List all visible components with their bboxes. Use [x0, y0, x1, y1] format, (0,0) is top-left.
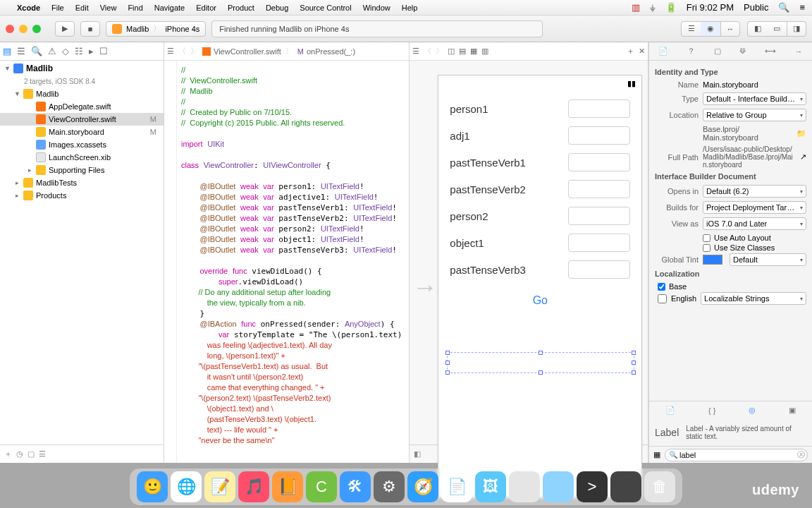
- menu-file[interactable]: File: [51, 4, 64, 12]
- assistant-back-icon[interactable]: 〈: [424, 46, 431, 56]
- form-textfield[interactable]: [568, 260, 630, 279]
- dock-app-ibooks[interactable]: 📙: [272, 471, 303, 502]
- menu-navigate[interactable]: Navigate: [154, 4, 185, 12]
- assistant-mode-icon[interactable]: ☰: [412, 47, 419, 56]
- dock-app-app1[interactable]: [509, 471, 540, 502]
- filter-scm-icon[interactable]: ▢: [27, 449, 35, 459]
- nav-tab-symbol[interactable]: ☰: [17, 46, 25, 56]
- lib-tab-media[interactable]: ▣: [789, 406, 796, 415]
- dock-app-itunes[interactable]: 🎵: [238, 471, 269, 502]
- select-buildsfor[interactable]: Project Deployment Tar…: [703, 201, 806, 214]
- jumpbar-symbol[interactable]: MonPressed(_:): [297, 47, 355, 56]
- dock-app-safari[interactable]: 🧭: [407, 471, 438, 502]
- grid-view-icon[interactable]: ▦: [653, 450, 660, 459]
- storyboard-scene[interactable]: ▮▮ person1adj1pastTenseVerb1pastTenseVer…: [438, 75, 642, 498]
- form-textfield[interactable]: [568, 126, 630, 145]
- related-items-icon[interactable]: ☰: [167, 47, 174, 56]
- editor-version[interactable]: ↔: [720, 21, 740, 37]
- file-LaunchScreen.xib[interactable]: LaunchScreen.xib: [0, 151, 164, 164]
- file-AppDelegate.swift[interactable]: AppDelegate.swift: [0, 100, 164, 113]
- file-Images.xcassets[interactable]: Images.xcassets: [0, 138, 164, 151]
- back-icon[interactable]: 〈: [178, 46, 186, 56]
- navigator-filter-input[interactable]: [50, 450, 159, 459]
- dock-app-preview[interactable]: 🖼: [475, 471, 506, 502]
- go-button[interactable]: Go: [438, 294, 641, 307]
- project-root[interactable]: ▼Madlib: [0, 62, 164, 75]
- dock-app-notes[interactable]: 📝: [204, 471, 235, 502]
- assistant-crumb-3[interactable]: ▥: [481, 47, 488, 56]
- nav-tab-test[interactable]: ◇: [62, 46, 69, 56]
- spotlight-icon[interactable]: 🔍: [778, 2, 789, 13]
- dock-app-trash[interactable]: 🗑: [644, 471, 675, 502]
- add-files-icon[interactable]: ＋: [4, 449, 12, 459]
- reveal-finder-icon[interactable]: ↗: [800, 152, 806, 162]
- select-location[interactable]: Relative to Group: [703, 109, 806, 121]
- dock-app-chrome[interactable]: 🌐: [171, 471, 202, 502]
- swatch-globaltint[interactable]: [703, 255, 722, 265]
- editor-assistant[interactable]: ◉: [701, 21, 720, 37]
- insp-tab-file[interactable]: 📄: [658, 47, 668, 56]
- insp-tab-attributes[interactable]: ⟱: [739, 47, 746, 56]
- nav-tab-issue[interactable]: ⚠: [48, 46, 56, 56]
- clock[interactable]: Fri 9:02 PM: [687, 2, 734, 13]
- assistant-crumb-1[interactable]: ▤: [459, 47, 466, 56]
- dock-app-app3[interactable]: [610, 471, 641, 502]
- insp-tab-identity[interactable]: ▢: [714, 47, 721, 56]
- document-outline-toggle-icon[interactable]: ◧: [414, 449, 421, 459]
- window-close[interactable]: [6, 25, 14, 33]
- window-zoom[interactable]: [32, 25, 41, 33]
- menu-edit[interactable]: Edit: [75, 4, 89, 12]
- nav-tab-report[interactable]: ☐: [99, 46, 108, 56]
- reveal-folder-icon[interactable]: 📁: [796, 129, 806, 138]
- dock-app-terminal[interactable]: >: [577, 471, 608, 502]
- menu-editor[interactable]: Editor: [196, 4, 216, 12]
- group-MadlibTests[interactable]: ▸MadlibTests: [0, 176, 164, 189]
- jumpbar-file[interactable]: ViewController.swift: [202, 47, 281, 56]
- library-filter-input[interactable]: [665, 449, 808, 461]
- nav-tab-find[interactable]: 🔍: [31, 46, 42, 56]
- form-textfield[interactable]: [568, 99, 630, 118]
- select-english-type[interactable]: Localizable Strings: [701, 292, 806, 305]
- menu-source-control[interactable]: Source Control: [300, 4, 351, 12]
- filter-icon[interactable]: ☰: [39, 449, 46, 459]
- dock-app-camtasia[interactable]: C: [306, 471, 337, 502]
- file-ViewController.swift[interactable]: ViewController.swiftM: [0, 113, 164, 126]
- assistant-split-icon[interactable]: ◫: [448, 47, 455, 56]
- checkbox-sizeclasses[interactable]: Use Size Classes: [703, 243, 806, 252]
- app-menu[interactable]: Xcode: [17, 4, 40, 12]
- dock-app-app2[interactable]: [543, 471, 574, 502]
- nav-tab-project[interactable]: ▤: [3, 46, 11, 56]
- assistant-forward-icon[interactable]: 〉: [436, 46, 443, 56]
- insp-tab-connections[interactable]: →: [795, 47, 803, 56]
- dock-app-finder[interactable]: 🙂: [137, 471, 168, 502]
- menu-window[interactable]: Window: [363, 4, 390, 12]
- status-record-icon[interactable]: ▥: [632, 2, 640, 13]
- dock-app-textedit[interactable]: 📄: [441, 471, 472, 502]
- checkbox-base[interactable]: Base: [658, 282, 806, 291]
- stop-button[interactable]: ■: [80, 21, 100, 37]
- checkbox-autolayout[interactable]: Use Auto Layout: [703, 234, 806, 242]
- clear-filter-icon[interactable]: ⓧ: [797, 449, 805, 460]
- battery-icon[interactable]: 🔋: [665, 2, 677, 13]
- nav-tab-breakpoint[interactable]: ▸: [89, 46, 94, 56]
- select-opensin[interactable]: Default (6.2): [703, 185, 806, 198]
- file-Supporting Files[interactable]: ▸Supporting Files: [0, 164, 164, 176]
- insp-tab-size[interactable]: ⟷: [765, 47, 776, 56]
- assistant-add-icon[interactable]: ＋: [627, 46, 634, 56]
- editor-standard[interactable]: ☰: [681, 21, 701, 37]
- toggle-navigator[interactable]: ◧: [747, 21, 767, 37]
- lib-tab-object[interactable]: ◎: [749, 406, 756, 415]
- selection-handles[interactable]: [447, 352, 634, 373]
- group-Madlib[interactable]: ▼Madlib: [0, 87, 164, 100]
- group-Products[interactable]: ▸Products: [0, 189, 164, 202]
- insp-tab-quickhelp[interactable]: ？: [687, 46, 695, 56]
- forward-icon[interactable]: 〉: [190, 46, 198, 56]
- scheme-selector[interactable]: Madlib 〉 iPhone 4s: [106, 21, 206, 37]
- select-type[interactable]: Default - Interface Build…: [703, 92, 806, 105]
- source-editor[interactable]: // // ViewController.swift // Madlib // …: [164, 61, 409, 463]
- menu-help[interactable]: Help: [402, 4, 418, 12]
- menu-view[interactable]: View: [100, 4, 117, 12]
- form-textfield[interactable]: [568, 153, 630, 171]
- wifi-icon[interactable]: ⏚: [650, 2, 656, 13]
- filter-recent-icon[interactable]: ◷: [16, 449, 23, 459]
